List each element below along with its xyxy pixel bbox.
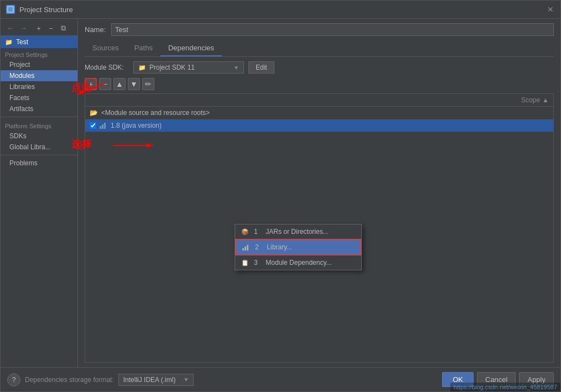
menu-item-jars[interactable]: 📦 1 JARs or Directories... [235,224,361,239]
sidebar-item-project[interactable]: Project [1,59,77,70]
menu-item-label-2: 2 [255,243,262,251]
help-button[interactable]: ? [7,373,20,386]
scope-header: Scope ▲ [521,96,549,104]
sidebar-item-sdks[interactable]: SDKs [1,130,77,142]
tab-sources[interactable]: Sources [85,40,127,56]
remove-toolbar-button[interactable]: − [46,23,56,33]
dialog-title: Project Structure [19,6,542,14]
sdk-edit-button[interactable]: Edit [248,61,274,74]
right-panel: Name: Sources Paths Dependencies Module … [78,19,560,367]
platform-settings-section: Platform Settings [1,119,77,130]
dep-row-text: <Module source and resource roots> [101,109,501,117]
module-dep-icon: 📋 [241,258,250,267]
move-down-button[interactable]: ▼ [128,78,140,90]
sidebar-item-libraries[interactable]: Libraries [1,81,77,92]
storage-dropdown-arrow: ▼ [183,377,189,383]
svg-rect-1 [9,8,10,11]
dependencies-toolbar: + − ▲ ▼ ✏ [85,78,554,90]
sdk-label: Module SDK: [85,64,129,71]
module-sdk-row: Module SDK: 📁 Project SDK 11 ▼ Edit [85,61,554,74]
title-bar: Project Structure ✕ [1,1,560,19]
table-row[interactable]: 📂 <Module source and resource roots> [85,107,553,119]
name-input[interactable] [111,23,554,36]
dep-checkbox[interactable] [90,122,96,129]
storage-format-value: IntelliJ IDEA (.iml) [123,376,176,384]
remove-dependency-button[interactable]: − [99,78,111,90]
main-content: ← → + − ⧉ 📁 Test Project Settings Projec… [1,19,560,367]
menu-item-label-3: 3 [254,259,261,266]
back-button[interactable]: ← [5,23,16,33]
watermark: https://blog.csdn.net/weixin_45819587 [450,383,560,391]
sidebar-divider [1,117,77,117]
sdk-dropdown[interactable]: 📁 Project SDK 11 ▼ [133,61,244,74]
sdk-dropdown-arrow: ▼ [233,65,239,71]
menu-item-jars-text: JARs or Directories... [266,228,328,236]
sidebar-item-facets[interactable]: Facets [1,92,77,103]
sidebar-item-test[interactable]: 📁 Test [1,36,77,48]
svg-rect-2 [11,7,12,11]
table-header: Scope ▲ [85,94,553,107]
sidebar-item-artifacts[interactable]: Artifacts [1,103,77,114]
menu-item-module-dep-text: Module Dependency... [266,259,331,266]
sidebar-item-modules[interactable]: Modules [1,70,77,81]
svg-rect-3 [12,9,13,11]
nav-toolbar: ← → + − ⧉ [1,21,77,36]
sidebar-divider-2 [1,155,77,155]
edit-dependency-button[interactable]: ✏ [142,78,154,90]
library-icon [100,122,107,129]
menu-item-library[interactable]: 2 Library... [235,239,361,255]
dependency-table: Scope ▲ 📂 <Module source and resource ro… [85,93,554,363]
scope-sort-icon: ▲ [542,96,549,104]
project-structure-dialog: Project Structure ✕ ← → + − ⧉ 📁 Test Pro… [0,0,561,392]
name-label: Name: [85,25,107,34]
add-dependency-button[interactable]: + [85,78,97,90]
sidebar-item-label: Test [16,38,28,46]
dep-row-scope-2 [505,124,549,127]
sdk-icon: 📁 [138,64,146,71]
jar-icon: 📦 [241,227,250,236]
menu-item-label: 1 [254,228,261,236]
copy-toolbar-button[interactable]: ⧉ [58,23,68,33]
sdk-value: Project SDK 11 [149,64,230,71]
storage-label: Dependencies storage format: [25,376,114,384]
sidebar-item-problems[interactable]: Problems [1,158,77,169]
add-toolbar-button[interactable]: + [34,23,44,33]
folder-icon: 📁 [5,38,13,46]
forward-button[interactable]: → [18,23,29,33]
add-dependency-menu: 📦 1 JARs or Directories... 2 [235,224,362,270]
close-button[interactable]: ✕ [546,5,555,14]
library-menu-icon [242,243,251,252]
move-up-button[interactable]: ▲ [113,78,126,90]
app-icon [6,5,15,14]
tabs-bar: Sources Paths Dependencies [85,40,554,57]
sidebar-item-global-libs[interactable]: Global Libra... [1,142,77,153]
menu-item-module-dep[interactable]: 📋 3 Module Dependency... [235,255,361,270]
source-folder-icon: 📂 [90,109,98,117]
sidebar: ← → + − ⧉ 📁 Test Project Settings Projec… [1,19,78,367]
dep-row-text-2: 1.8 (java version) [111,122,501,129]
tab-paths[interactable]: Paths [127,40,160,56]
menu-item-library-text: Library... [267,243,292,251]
project-settings-section: Project Settings [1,48,77,59]
tab-dependencies[interactable]: Dependencies [160,40,222,56]
table-row-selected[interactable]: 1.8 (java version) [85,119,553,132]
storage-format-dropdown[interactable]: IntelliJ IDEA (.iml) ▼ [118,374,194,386]
name-row: Name: [85,23,554,36]
